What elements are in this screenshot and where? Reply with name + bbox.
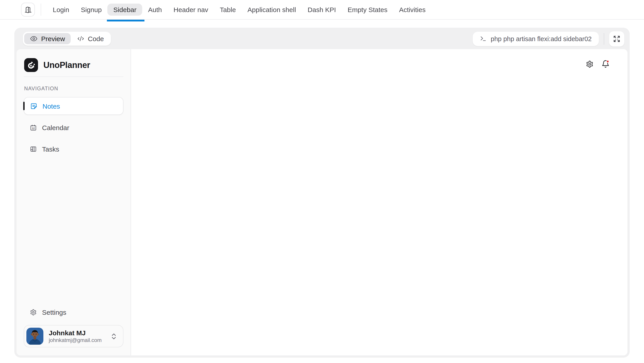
expand-icon — [613, 35, 620, 42]
preview-toggle-button[interactable]: Preview — [24, 33, 71, 44]
view-toggle-group: Preview Code — [23, 32, 111, 46]
sidebar-item-calendar[interactable]: 12 Calendar — [24, 118, 124, 136]
demo-main-area — [131, 49, 628, 356]
active-indicator-bar — [23, 102, 24, 110]
preview-toggle-label: Preview — [41, 35, 65, 42]
tab-header-nav[interactable]: Header nav — [168, 3, 214, 16]
tab-application-shell[interactable]: Application shell — [242, 3, 302, 16]
demo-settings-button[interactable] — [586, 60, 594, 68]
notification-dot — [607, 60, 609, 63]
note-icon — [30, 103, 37, 109]
demo-header-icons — [586, 60, 610, 68]
sidebar-item-label: Calendar — [42, 124, 69, 131]
sidebar-item-label: Notes — [42, 102, 60, 110]
sidebar-divider — [24, 76, 124, 77]
app-root: Login Signup Sidebar Auth Header nav Tab… — [0, 0, 644, 363]
gear-icon — [30, 309, 37, 315]
user-name: Johnkat MJ — [49, 329, 102, 337]
svg-text:12: 12 — [32, 127, 35, 129]
door-open-icon — [24, 6, 32, 13]
header-divider — [41, 3, 41, 16]
fullscreen-button[interactable] — [609, 31, 624, 46]
avatar — [26, 328, 44, 345]
sidebar-spacer — [24, 158, 124, 303]
toolbar-divider — [604, 33, 604, 44]
chevrons-up-down-icon — [110, 332, 118, 340]
unoplanner-logo-icon — [24, 58, 38, 72]
bell-icon — [602, 60, 610, 68]
component-tabs: Login Signup Sidebar Auth Header nav Tab… — [47, 0, 431, 19]
component-tabs-header: Login Signup Sidebar Auth Header nav Tab… — [0, 0, 644, 20]
artisan-command-text: php php artisan flexi:add sidebar02 — [491, 35, 592, 42]
sidebar-item-tasks[interactable]: Tasks — [24, 140, 124, 158]
sidebar-component-preview: UnoPlanner NAVIGATION Notes — [16, 49, 628, 356]
gear-icon — [586, 60, 594, 68]
artisan-command-pill[interactable]: php php artisan flexi:add sidebar02 — [473, 31, 599, 46]
kanban-icon — [30, 145, 37, 152]
user-menu[interactable]: Johnkat MJ johnkatmj@gmail.com — [24, 325, 124, 347]
preview-stage: Preview Code — [14, 28, 630, 358]
terminal-icon — [480, 35, 487, 42]
user-email: johnkatmj@gmail.com — [49, 337, 102, 343]
logo-row: UnoPlanner — [24, 58, 124, 72]
home-door-button[interactable] — [21, 3, 35, 16]
tab-signup[interactable]: Signup — [75, 3, 107, 16]
sidebar-item-settings[interactable]: Settings — [24, 303, 124, 321]
code-toggle-label: Code — [88, 35, 104, 42]
sidebar-nav: Notes 12 Calendar — [24, 97, 124, 158]
tab-activities[interactable]: Activities — [393, 3, 431, 16]
code-toggle-button[interactable]: Code — [72, 33, 110, 44]
notifications-button[interactable] — [602, 60, 610, 68]
tab-auth[interactable]: Auth — [142, 3, 168, 16]
stage-toolbar: Preview Code — [23, 31, 624, 46]
app-title: UnoPlanner — [44, 60, 90, 70]
user-meta: Johnkat MJ johnkatmj@gmail.com — [49, 329, 102, 344]
tab-sidebar[interactable]: Sidebar — [108, 3, 142, 16]
tab-dash-kpi[interactable]: Dash KPI — [302, 3, 342, 16]
sidebar-item-notes[interactable]: Notes — [24, 97, 124, 115]
demo-sidebar: UnoPlanner NAVIGATION Notes — [16, 49, 131, 356]
settings-label: Settings — [42, 308, 66, 316]
code-icon — [78, 35, 84, 42]
nav-section-label: NAVIGATION — [24, 86, 124, 91]
eye-icon — [30, 35, 38, 42]
tab-table[interactable]: Table — [214, 3, 242, 16]
toolbar-right: php php artisan flexi:add sidebar02 — [473, 31, 624, 46]
calendar-icon: 12 — [30, 124, 37, 131]
tab-login[interactable]: Login — [47, 3, 75, 16]
sidebar-item-label: Tasks — [42, 145, 59, 153]
tab-empty-states[interactable]: Empty States — [342, 3, 393, 16]
